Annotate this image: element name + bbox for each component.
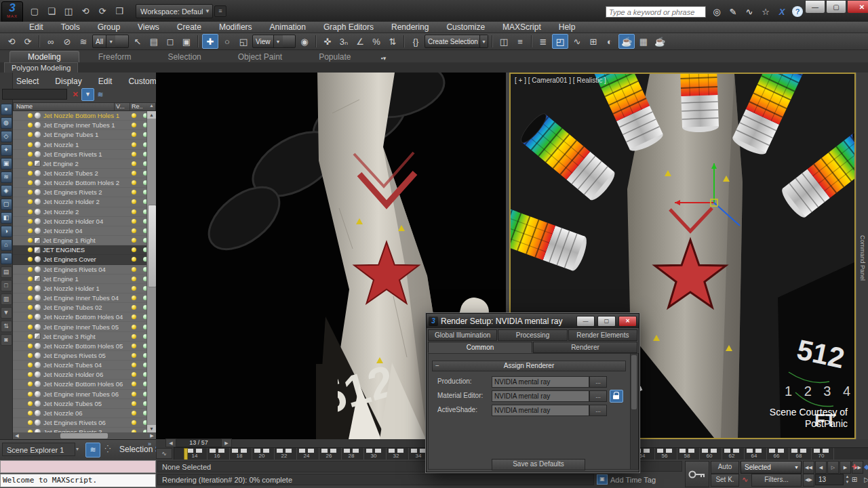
bulb-icon[interactable] bbox=[28, 142, 33, 147]
select-invert-icon[interactable]: ▥ bbox=[1, 293, 12, 305]
viewport-label[interactable]: [ + ] [ Camera001 ] [ Realistic ] bbox=[515, 77, 606, 84]
go-to-start-button[interactable]: ◀◀ bbox=[803, 461, 814, 474]
layer-explorer-toggle-icon[interactable]: ≋ bbox=[85, 443, 100, 458]
list-item[interactable]: Jet Nozzle Tubes 2 bbox=[13, 169, 156, 178]
visibility-bulb-icon[interactable] bbox=[132, 123, 136, 127]
menu-rendering[interactable]: Rendering bbox=[382, 22, 437, 33]
communication-center-icon[interactable]: ∿ bbox=[743, 5, 755, 18]
rectangular-selection-region-icon[interactable]: ◻ bbox=[163, 35, 178, 48]
visibility-bulb-icon[interactable] bbox=[132, 190, 136, 195]
bulb-icon[interactable] bbox=[28, 180, 33, 185]
time-slider-marker[interactable] bbox=[184, 448, 188, 460]
menu-customize[interactable]: Customize bbox=[437, 22, 494, 33]
bulb-icon[interactable] bbox=[28, 152, 33, 157]
list-item[interactable]: Jet Nozzle 06 bbox=[13, 409, 156, 418]
align-icon[interactable]: ≡ bbox=[513, 35, 528, 48]
tab-object-paint[interactable]: Object Paint bbox=[220, 52, 300, 62]
visibility-bulb-icon[interactable] bbox=[132, 152, 136, 157]
redo-icon[interactable]: ⟳ bbox=[20, 35, 35, 48]
visibility-bulb-icon[interactable] bbox=[132, 113, 136, 118]
bind-to-space-warp-icon[interactable]: ≋ bbox=[76, 35, 91, 48]
infocenter-key-icon[interactable]: ✎ bbox=[727, 5, 739, 18]
column-header-name[interactable]: Name bbox=[14, 103, 115, 110]
visibility-bulb-icon[interactable] bbox=[132, 325, 136, 329]
select-and-rotate-icon[interactable]: ○ bbox=[220, 35, 235, 48]
bulb-icon[interactable] bbox=[28, 363, 33, 367]
sync-selection-icon[interactable]: ⇅ bbox=[1, 321, 12, 332]
bulb-icon[interactable] bbox=[28, 401, 33, 406]
filter-funnel-icon[interactable]: ▼ bbox=[1, 307, 12, 319]
scrollbar-thumb[interactable] bbox=[631, 355, 637, 409]
list-item[interactable]: Jet Nozzle 2 bbox=[13, 207, 156, 217]
select-object-icon[interactable]: ↖ bbox=[130, 35, 145, 48]
list-item[interactable]: Jet Engines Rivets 1 bbox=[13, 150, 156, 159]
display-materials-icon[interactable]: ◑ bbox=[1, 226, 12, 237]
visibility-bulb-icon[interactable] bbox=[132, 247, 136, 252]
bulb-icon[interactable] bbox=[28, 209, 33, 214]
list-item[interactable]: Jet Nozzle 04 bbox=[13, 226, 156, 236]
save-file-icon[interactable]: ◫ bbox=[61, 4, 76, 18]
overflow-chevron-icon[interactable]: » bbox=[148, 441, 151, 447]
render-production-icon[interactable]: ☕ bbox=[652, 35, 667, 48]
use-pivot-center-icon[interactable]: ◉ bbox=[297, 35, 312, 48]
dialog-close-button[interactable]: ✕ bbox=[618, 316, 637, 327]
lock-icon[interactable] bbox=[610, 390, 623, 403]
select-and-link-icon[interactable]: ∞ bbox=[43, 35, 58, 48]
visibility-bulb-icon[interactable] bbox=[132, 363, 136, 367]
unlink-selection-icon[interactable]: ⊘ bbox=[60, 35, 75, 48]
visibility-bulb-icon[interactable] bbox=[132, 161, 136, 166]
layer-manager-icon[interactable]: ≣ bbox=[536, 35, 551, 48]
key-filters-selected-dropdown[interactable]: Selected ▼ bbox=[741, 461, 802, 474]
new-scene-icon[interactable]: ▢ bbox=[27, 4, 42, 18]
bulb-icon[interactable] bbox=[28, 113, 33, 118]
bulb-icon[interactable] bbox=[28, 382, 33, 386]
list-item[interactable]: Jet Engine Inner Tubes 05 bbox=[13, 322, 156, 331]
menu-edit[interactable]: Edit bbox=[20, 22, 52, 33]
scene-explorer-name-dropdown[interactable]: Scene Explorer 1 bbox=[2, 443, 75, 456]
dialog-scrollbar[interactable] bbox=[630, 353, 639, 470]
visibility-bulb-icon[interactable] bbox=[132, 228, 136, 233]
dolly-camera-icon[interactable]: ✚ bbox=[849, 461, 860, 472]
help-icon[interactable]: ? bbox=[792, 6, 803, 17]
lock-explorer-icon[interactable]: ◙ bbox=[1, 334, 12, 346]
schematic-view-icon[interactable]: ⊞ bbox=[586, 35, 601, 48]
curve-editor-icon[interactable]: ∿ bbox=[570, 35, 585, 48]
percent-snap-icon[interactable]: % bbox=[369, 35, 384, 48]
list-item[interactable]: Jet Engines Rivets 06 bbox=[13, 418, 156, 428]
explorer-menu-display[interactable]: Display bbox=[48, 75, 88, 87]
select-and-scale-icon[interactable]: ◱ bbox=[236, 35, 251, 48]
bulb-icon[interactable] bbox=[28, 334, 33, 339]
search-binoculars-icon[interactable]: ◎ bbox=[711, 5, 723, 18]
bulb-icon[interactable] bbox=[28, 344, 33, 348]
bulb-icon[interactable] bbox=[28, 372, 33, 377]
scene-explorer-search-input[interactable] bbox=[2, 89, 67, 100]
bulb-icon[interactable] bbox=[28, 420, 33, 425]
list-item[interactable]: Jet Nozzle Bottom Holes 06 bbox=[13, 380, 156, 389]
list-item[interactable]: Jet Engines Rivets 2 bbox=[13, 188, 156, 197]
visibility-bulb-icon[interactable] bbox=[132, 199, 136, 204]
visibility-bulb-icon[interactable] bbox=[132, 382, 136, 386]
visibility-bulb-icon[interactable] bbox=[132, 238, 136, 243]
bulb-icon[interactable] bbox=[28, 190, 33, 195]
open-file-icon[interactable]: ❏ bbox=[44, 4, 59, 18]
activeshade-input[interactable] bbox=[492, 405, 589, 416]
dialog-title-bar[interactable]: 3 Render Setup: NVIDIA mental ray — ▢ ✕ bbox=[427, 314, 639, 328]
list-item[interactable]: Jet Nozzle Tubes 05 bbox=[13, 399, 156, 409]
visibility-bulb-icon[interactable] bbox=[132, 344, 136, 348]
list-item[interactable]: Jet Engines Rivets 05 bbox=[13, 351, 156, 361]
list-item[interactable]: Jet Nozzle Bottom Holes 04 bbox=[13, 312, 156, 322]
select-and-manipulate-icon[interactable]: ✜ bbox=[320, 35, 335, 48]
restore-button[interactable]: ▢ bbox=[826, 0, 846, 14]
minimize-button[interactable]: — bbox=[805, 0, 825, 14]
display-bones-icon[interactable]: ⌂ bbox=[1, 239, 12, 251]
hierarchy-mode-icon[interactable]: ⁛ bbox=[101, 443, 115, 456]
visibility-bulb-icon[interactable] bbox=[132, 277, 136, 281]
bulb-icon[interactable] bbox=[28, 314, 33, 319]
mirror-icon[interactable]: ◫ bbox=[496, 35, 511, 48]
list-item[interactable]: Jet Engine Inner Tubes 1 bbox=[13, 121, 156, 130]
list-item[interactable]: Jet Nozzle Holder 2 bbox=[13, 197, 156, 207]
tab-selection[interactable]: Selection bbox=[150, 52, 218, 62]
visibility-bulb-icon[interactable] bbox=[132, 296, 136, 300]
visibility-bulb-icon[interactable] bbox=[132, 267, 136, 272]
scroll-down-icon[interactable]: ▼ bbox=[147, 425, 156, 432]
